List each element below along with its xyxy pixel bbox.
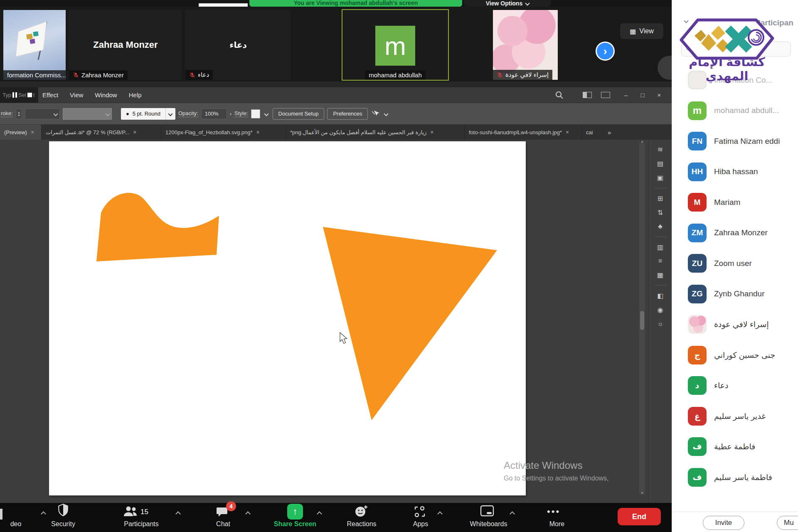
invite-button[interactable]: Invite [703,516,744,530]
view-options-button[interactable]: View Options [464,0,551,7]
video-tile-zahraa[interactable]: Zahraa Monzer Zahraa Monzer [69,10,182,80]
chevron-down-icon[interactable] [384,111,389,116]
document-tab[interactable]: زيارة قبر الحسين عليه السلام أفضل مايكون… [286,125,465,140]
panel-icon[interactable]: ⊞ [658,195,663,202]
video-tile-mohamad-active[interactable]: m mohamad abdullah [342,9,449,81]
panel-icon[interactable]: ◉ [658,306,663,314]
selection-tool-icon[interactable] [371,110,382,118]
panel-icon[interactable]: ≡ [658,257,662,265]
opacity-arrow-icon[interactable]: › [230,111,232,117]
next-participants-button[interactable]: › [596,42,615,61]
whiteboards-button[interactable] [480,505,495,520]
document-setup-button[interactable]: Document Setup [273,108,325,120]
panel-icon[interactable]: ▤ [657,160,663,167]
video-tile-information-commission[interactable]: formation Commiss... [3,10,66,80]
opacity-label[interactable]: Opacity: [178,110,198,117]
view-layout-button[interactable]: ▦ View [620,23,663,39]
chevron-down-icon [168,111,173,116]
close-icon[interactable]: × [31,129,34,135]
brush-definition-dropdown[interactable] [63,108,112,120]
close-icon[interactable]: × [430,129,433,135]
participant-row[interactable]: FN Fatima Nizam eddi [672,126,798,157]
style-chevron[interactable] [263,108,270,120]
participants-button[interactable] [123,505,138,520]
menu-help[interactable]: Help [129,91,142,99]
participant-row[interactable]: M Mariam [672,187,798,218]
panel-icon[interactable]: ≋ [658,145,663,153]
participant-avatar: ZU [688,254,707,273]
search-icon[interactable] [555,91,564,99]
participant-row[interactable]: إسراء لافي عودة [672,309,798,340]
document-tab[interactable]: foto-sushi-6anudmplLw4-unsplash.jpg* × [465,125,582,140]
apps-button[interactable] [414,505,426,520]
panel-icon[interactable]: ♣ [658,223,663,230]
tab-overflow-button[interactable]: » [602,125,617,140]
participant-name: Fatima Nizam eddi [714,137,780,146]
panel-icon[interactable]: ◧ [657,292,663,300]
stroke-weight-dropdown[interactable] [25,108,60,119]
participant-row[interactable]: m mohamad abdull... [672,96,798,126]
scroll-up-icon[interactable]: ▴ [638,139,646,143]
menu-window[interactable]: Window [95,91,117,99]
participant-name: جنى حسين كوراني [714,350,775,360]
panel-icon[interactable]: ▦ [657,271,663,279]
stroke-stepper[interactable]: ▴ ▾ [16,108,22,119]
opacity-value-field[interactable]: 100% [201,108,227,119]
mute-all-button[interactable]: Mu [777,516,798,530]
close-icon[interactable]: × [133,129,136,135]
document-layout-icon[interactable] [601,92,610,98]
stroke-label[interactable]: roke: [1,110,13,117]
background-sliver [199,3,248,7]
participant-row[interactable]: ف فاطمة عطية [672,431,798,462]
participant-avatar: HH [688,163,707,181]
participant-row[interactable]: HH Hiba hassan [672,157,798,187]
video-button-partial[interactable]: deo [3,520,28,528]
scroll-down-icon[interactable]: ▾ [638,490,646,495]
menu-select-fragment: Sel [18,92,26,98]
participant-row[interactable]: غ غدير ياسر سليم [672,401,798,432]
view-options-label: View Options [486,0,522,6]
menu-view[interactable]: View [70,91,83,99]
restore-button[interactable]: □ [635,87,650,103]
panel-icon[interactable]: ▥ [657,243,663,251]
tile-center-name: دعاء [185,10,291,80]
scrollbar-thumb[interactable] [640,311,644,330]
share-screen-button[interactable]: ↑ [287,504,303,520]
participant-row[interactable]: د دعاء [672,370,798,401]
document-tab[interactable]: 1200px-Flag_of_Hezbollah.svg.png* × [161,125,286,140]
participant-row[interactable]: ف فاطمة ياسر سليم [672,462,798,493]
video-tile-israa[interactable]: إسراء لافي عودة [493,10,558,80]
end-meeting-button[interactable]: End [618,508,661,525]
style-swatch[interactable] [251,109,260,118]
workspace-layout-icon[interactable] [583,92,592,98]
close-icon[interactable]: × [256,129,260,135]
participant-name: فاطمة عطية [714,442,755,451]
preferences-button[interactable]: Preferences [327,108,368,120]
more-button[interactable]: ••• [547,506,560,517]
panel-icon[interactable]: ☼ [657,320,663,328]
dock-separator [655,188,666,188]
close-button[interactable]: × [652,87,667,103]
document-tab[interactable]: (Preview) × [0,125,42,140]
artboard[interactable] [49,141,526,495]
tab-label: 1200px-Flag_of_Hezbollah.svg.png* [165,129,253,135]
document-tab[interactable]: عسل التمرات.ai* @ 72 % (RGB/P... × [42,125,161,140]
video-tile-duaa[interactable]: دعاء دعاء [185,10,291,80]
style-label[interactable]: Style: [234,110,248,117]
participant-row[interactable]: ج جنى حسين كوراني [672,340,798,371]
panel-icon[interactable]: ▣ [657,174,663,182]
menu-effect[interactable]: Effect [42,91,58,99]
close-icon[interactable]: × [566,129,569,135]
participant-row[interactable]: ZM Zahraa Monzer [672,218,798,249]
brush-combo-chevron[interactable] [165,108,175,120]
security-button[interactable] [38,504,88,518]
participant-name: Zynb Ghandur [714,289,764,298]
reactions-button[interactable] [354,505,368,520]
participant-row[interactable]: ZU Zoom user [672,248,798,279]
participant-row[interactable]: ZG Zynb Ghandur [672,279,798,310]
brush-combo[interactable]: ● 5 pt. Round [121,108,165,120]
participant-avatar [688,315,707,334]
document-tab[interactable]: cai [582,125,602,140]
minimize-button[interactable]: – [618,87,633,103]
panel-icon[interactable]: ⇅ [658,209,663,217]
